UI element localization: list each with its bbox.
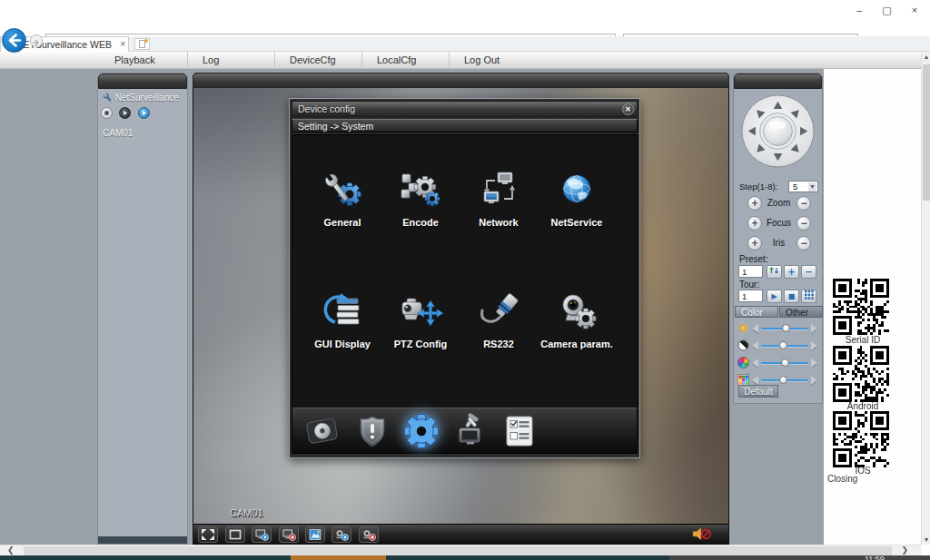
dialog-item-gui-display[interactable]: GUI Display [303, 286, 381, 349]
scroll-down-arrow[interactable]: ▼ [922, 536, 930, 543]
viewer-header [193, 73, 729, 88]
advanced-icon[interactable] [452, 413, 489, 449]
scroll-right-arrow[interactable]: ❯ [901, 545, 908, 555]
site-menu-bar: Playback Log DeviceCfg LocalCfg Log Out [0, 52, 930, 69]
menu-item-devicecfg[interactable]: DeviceCfg [274, 52, 361, 69]
video-toolbar [193, 524, 728, 544]
scroll-left-arrow[interactable]: ❮ [7, 545, 15, 555]
horizontal-scrollbar[interactable]: ❮ ❯ [0, 545, 921, 555]
record-start-button[interactable] [331, 526, 351, 543]
dialog-titlebar[interactable]: Device config ✕ [292, 101, 638, 117]
closing-link[interactable]: Closing [827, 474, 857, 484]
dialog-close-button[interactable]: ✕ [622, 103, 634, 115]
camera-record-stop-icon [362, 529, 376, 541]
contrast-slider-thumb[interactable] [779, 341, 787, 349]
ptz-center-ball[interactable] [764, 117, 793, 146]
menu-item-logout[interactable]: Log Out [449, 52, 536, 69]
brightness-slider-row [734, 321, 824, 336]
saturation-slider-thumb[interactable] [781, 359, 789, 367]
brightness-increase-arrow[interactable] [811, 324, 817, 333]
stop-channel-button[interactable] [101, 107, 113, 119]
record-stop-button[interactable] [359, 526, 379, 543]
system-settings-icon[interactable] [403, 413, 440, 449]
dialog-item-ptz-config[interactable]: PTZ Config [381, 286, 460, 349]
contrast-slider-row [734, 339, 824, 353]
focus-minus-button[interactable]: − [796, 216, 811, 231]
ptz-direction-pad[interactable] [741, 94, 815, 168]
menu-item-localcfg[interactable]: LocalCfg [361, 52, 449, 69]
tab-close-icon[interactable]: × [120, 39, 125, 49]
single-view-button[interactable] [225, 526, 245, 543]
tab-color[interactable]: Color [735, 306, 778, 318]
dialog-item-network[interactable]: Network [460, 164, 538, 228]
tab-other[interactable]: Other [779, 306, 823, 318]
preset-remove-button[interactable]: − [801, 265, 816, 279]
camera-record-icon [335, 529, 349, 541]
hue-increase-arrow[interactable] [811, 376, 817, 385]
saturation-increase-arrow[interactable] [811, 359, 817, 368]
ios-qr-code [833, 411, 889, 467]
close-button[interactable]: × [903, 3, 926, 17]
qr-serial-id-label: Serial ID [824, 335, 902, 345]
hue-slider-thumb[interactable] [779, 376, 787, 384]
new-tab-button[interactable] [134, 38, 150, 50]
tour-grid-icon [805, 290, 814, 300]
fullscreen-button[interactable] [198, 526, 218, 543]
tour-input[interactable] [738, 290, 763, 302]
back-arrow-icon [3, 29, 25, 52]
saturation-icon [737, 357, 749, 368]
menu-item-playback[interactable]: Playback [100, 52, 187, 69]
contrast-decrease-arrow[interactable] [752, 341, 758, 350]
tour-play-button[interactable]: ▶ [767, 290, 782, 303]
tour-stop-button[interactable]: ■ [784, 290, 799, 303]
dialog-item-encode[interactable]: Encode [381, 164, 460, 228]
preset-goto-button[interactable] [767, 265, 782, 279]
snapshot-image-icon [309, 529, 322, 540]
dialog-item-netservice[interactable]: NetService [538, 164, 616, 228]
hue-slider[interactable] [761, 379, 808, 381]
back-button[interactable] [2, 28, 26, 53]
preset-add-button[interactable]: + [784, 265, 799, 279]
brightness-icon [737, 322, 749, 334]
maximize-button[interactable]: ▢ [876, 3, 899, 17]
dialog-item-rs232[interactable]: RS232 [460, 286, 538, 349]
dialog-item-camera-param[interactable]: Camera param. [538, 286, 616, 349]
qr-android-label: Android [824, 401, 902, 411]
snapshot-button[interactable] [305, 526, 325, 543]
contrast-increase-arrow[interactable] [811, 341, 817, 350]
preset-input[interactable] [738, 265, 763, 278]
iris-minus-button[interactable]: − [796, 236, 811, 251]
adjust-tabs: Color Other [735, 306, 823, 318]
scroll-up-arrow[interactable]: ▲ [922, 54, 930, 60]
play-all-button[interactable] [252, 526, 272, 543]
hue-decrease-arrow[interactable] [752, 376, 758, 385]
saturation-decrease-arrow[interactable] [752, 359, 758, 368]
record-icon[interactable] [305, 413, 341, 449]
saturation-slider[interactable] [761, 362, 808, 364]
vertical-scrollbar[interactable]: ▲ ▼ [921, 52, 930, 545]
step-select[interactable]: 5 ▼ [788, 181, 818, 192]
dialog-item-general[interactable]: General [303, 164, 381, 228]
audio-mute-button[interactable] [692, 527, 712, 541]
menu-item-log[interactable]: Log [187, 52, 274, 69]
contrast-slider[interactable] [761, 345, 808, 347]
brightness-slider-thumb[interactable] [782, 324, 790, 332]
alarm-icon[interactable] [354, 413, 391, 449]
zoom-minus-button[interactable]: − [796, 196, 811, 211]
forward-button[interactable] [30, 34, 43, 47]
brightness-slider[interactable] [761, 328, 808, 329]
brightness-decrease-arrow[interactable] [752, 324, 758, 333]
horizontal-scroll-thumb[interactable] [24, 546, 892, 555]
tour-list-button[interactable] [801, 290, 816, 303]
info-icon[interactable] [501, 413, 538, 449]
qr-ios [833, 411, 889, 467]
stop-all-button[interactable] [279, 526, 299, 543]
tree-root-item[interactable]: NetSurveillance [103, 93, 179, 104]
vertical-scroll-thumb[interactable] [923, 64, 930, 201]
default-button[interactable]: Default [738, 385, 778, 398]
minimize-button[interactable]: – [847, 3, 871, 17]
focus-control-row: + Focus − [734, 216, 824, 231]
play-main-stream-button[interactable] [119, 107, 131, 119]
play-sub-stream-button[interactable] [138, 107, 150, 119]
dialog-body: General Encode [292, 134, 638, 454]
